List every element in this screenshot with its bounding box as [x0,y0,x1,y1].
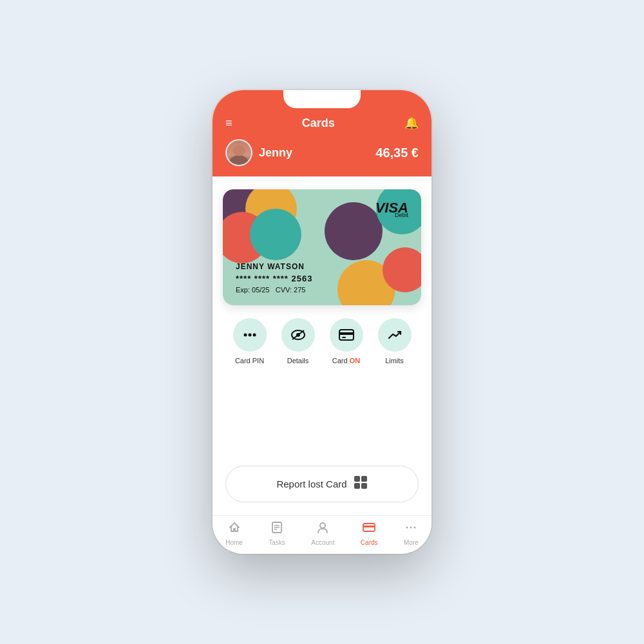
card-number: **** **** **** 2563 [236,274,408,283]
limits-label: Limits [385,357,404,365]
report-lost-card-button[interactable]: Report lost Card [225,466,419,502]
svg-point-22 [414,527,416,529]
svg-point-2 [252,334,256,337]
bottom-navigation: Home Tasks Account [213,515,431,554]
avatar [225,139,252,166]
action-limits[interactable]: Limits [378,318,412,365]
visa-card: VISA Debit JENNY WATSON **** **** **** 2… [223,189,421,305]
nav-home-label: Home [225,539,243,546]
svg-rect-9 [354,476,360,482]
menu-icon[interactable]: ≡ [225,117,232,130]
svg-point-0 [243,334,247,337]
home-icon [228,521,241,537]
nav-home[interactable]: Home [222,521,247,546]
svg-rect-7 [339,332,354,335]
nav-cards-label: Cards [361,539,378,546]
svg-rect-8 [342,337,346,338]
user-name: Jenny [259,146,292,160]
limits-icon [378,318,412,352]
card-pin-label: Card PIN [235,357,264,365]
card-on-icon [330,318,363,352]
page-title: Cards [232,117,404,130]
phone-shell: ≡ Cards 🔔 Jenny 46,35 € [213,90,431,554]
action-card-on[interactable]: Card ON [330,318,363,365]
balance-amount: 46,35 € [375,146,419,160]
cards-icon [363,521,375,537]
user-row: Jenny 46,35 € [225,139,419,166]
visa-card-container: VISA Debit JENNY WATSON **** **** **** 2… [223,189,421,305]
main-content: VISA Debit JENNY WATSON **** **** **** 2… [213,176,431,515]
nav-more[interactable]: More [400,521,422,546]
details-icon [281,318,315,352]
details-label: Details [287,357,309,365]
card-pin-icon [233,318,267,352]
card-content: VISA Debit JENNY WATSON **** **** **** 2… [236,201,408,294]
nav-tasks[interactable]: Tasks [265,521,289,546]
svg-rect-12 [361,483,367,489]
svg-rect-11 [354,483,360,489]
action-details[interactable]: Details [281,318,315,365]
nav-account-label: Account [311,539,334,546]
card-actions: Card PIN Details [223,318,421,365]
nav-more-label: More [404,539,419,546]
report-button-label: Report lost Card [276,478,346,489]
nav-account[interactable]: Account [307,521,338,546]
card-holder-name: JENNY WATSON [236,262,408,271]
card-expiry-cvv: Exp: 05/25 CVV: 275 [236,286,408,294]
tasks-icon [270,521,283,537]
svg-rect-10 [361,476,367,482]
action-card-pin[interactable]: Card PIN [233,318,267,365]
svg-point-17 [320,523,325,528]
notch [283,90,361,108]
card-bottom-info: JENNY WATSON **** **** **** 2563 Exp: 05… [236,262,408,294]
svg-point-21 [410,527,412,529]
nav-cards[interactable]: Cards [357,521,382,546]
svg-point-20 [406,527,408,529]
nav-tasks-label: Tasks [269,539,285,546]
card-on-label: Card ON [332,357,360,365]
visa-logo: VISA Debit [236,201,408,218]
account-icon [316,521,329,537]
user-info: Jenny [225,139,292,166]
bell-icon[interactable]: 🔔 [404,116,419,130]
svg-point-1 [248,334,251,337]
more-icon [404,521,417,537]
grid-icon [354,475,368,493]
svg-rect-19 [363,526,375,527]
